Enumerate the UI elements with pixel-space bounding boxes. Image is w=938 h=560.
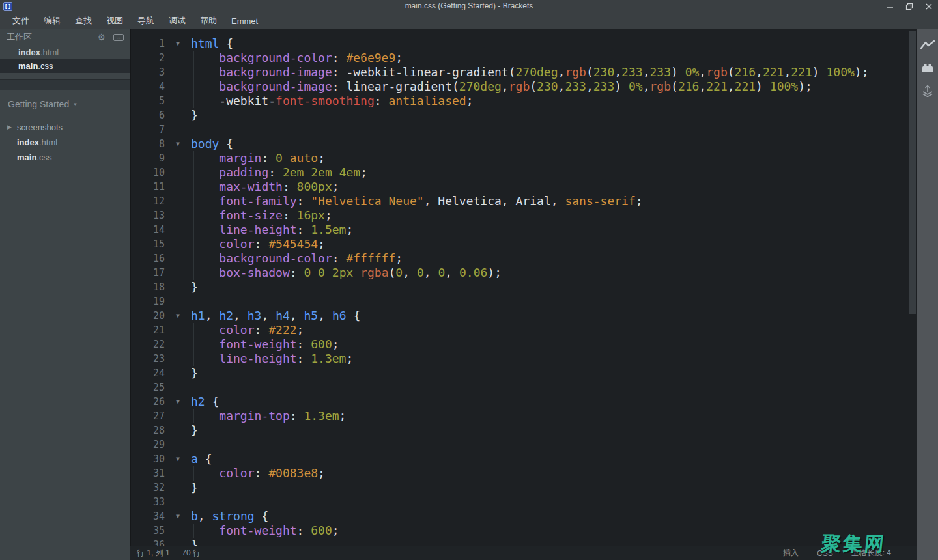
vertical-scrollbar[interactable]: [909, 31, 916, 543]
code-text: -webkit-font-smoothing: antialiased;: [191, 94, 474, 108]
code-line-5[interactable]: 5 -webkit-font-smoothing: antialiased;: [131, 94, 917, 108]
fold-arrow-icon[interactable]: ▼: [165, 452, 191, 466]
code-line-30[interactable]: 30▼a {: [131, 452, 917, 466]
gear-icon[interactable]: ⚙: [97, 32, 106, 42]
file-name: main: [18, 61, 38, 71]
close-button[interactable]: [924, 2, 934, 11]
code-line-22[interactable]: 22 font-weight: 600;: [131, 337, 917, 352]
chevron-right-icon[interactable]: ▶: [7, 120, 12, 135]
code-text: box-shadow: 0 0 2px rgba(0, 0, 0, 0.06);: [191, 266, 502, 280]
fold-arrow-icon[interactable]: ▼: [165, 36, 191, 51]
menu-item-4[interactable]: 导航: [130, 13, 162, 29]
line-number: 5: [131, 94, 165, 108]
code-line-25[interactable]: 25: [131, 380, 917, 395]
code-line-11[interactable]: 11 max-width: 800px;: [131, 180, 917, 194]
code-line-29[interactable]: 29: [131, 438, 917, 452]
code-line-10[interactable]: 10 padding: 2em 2em 4em;: [131, 165, 917, 180]
fold-arrow-icon[interactable]: ▼: [165, 395, 191, 409]
line-number: 12: [131, 194, 165, 208]
indent-guide: [193, 51, 194, 65]
fold-arrow-icon[interactable]: ▼: [165, 137, 191, 151]
code-line-31[interactable]: 31 color: #0083e8;: [131, 466, 917, 481]
code-text: line-height: 1.5em;: [191, 223, 353, 237]
indent-size-setting[interactable]: 空格长度: 4: [851, 548, 891, 559]
indent-guide: [193, 323, 194, 337]
line-number: 11: [131, 180, 165, 194]
menu-item-5[interactable]: 调试: [162, 13, 193, 29]
code-text: body {: [191, 137, 233, 151]
code-line-15[interactable]: 15 color: #545454;: [131, 237, 917, 251]
code-line-32[interactable]: 32}: [131, 481, 917, 495]
fold-arrow-icon[interactable]: ▼: [165, 509, 191, 524]
indent-guide: [193, 65, 194, 79]
file-name: main: [17, 152, 36, 162]
code-line-4[interactable]: 4 background-image: linear-gradient(270d…: [131, 79, 917, 94]
code-line-21[interactable]: 21 color: #222;: [131, 323, 917, 337]
code-line-20[interactable]: 20▼h1, h2, h3, h4, h5, h6 {: [131, 309, 917, 323]
tree-file-index.html[interactable]: index.html: [0, 135, 130, 150]
code-text: }: [191, 280, 198, 294]
code-line-18[interactable]: 18}: [131, 280, 917, 294]
code-line-8[interactable]: 8▼body {: [131, 137, 917, 151]
line-number: 26: [131, 395, 165, 409]
code-line-2[interactable]: 2 background-color: #e6e9e9;: [131, 51, 917, 65]
fold-arrow-icon[interactable]: ▼: [165, 309, 191, 323]
code-text: background-color: #e6e9e9;: [191, 51, 403, 65]
extension-manager-icon[interactable]: [920, 61, 935, 75]
code-editor[interactable]: 1▼html {2 background-color: #e6e9e9;3 ba…: [130, 29, 917, 546]
live-preview-icon[interactable]: [920, 38, 935, 52]
file-ext: .html: [39, 137, 57, 147]
menu-item-0[interactable]: 文件: [5, 13, 36, 29]
working-file-index.html[interactable]: index.html: [0, 46, 130, 59]
line-number: 3: [131, 65, 165, 79]
restore-button[interactable]: [904, 2, 915, 11]
code-line-24[interactable]: 24}: [131, 366, 917, 380]
code-line-35[interactable]: 35 font-weight: 600;: [131, 524, 917, 538]
minimize-button[interactable]: [885, 2, 895, 11]
insert-mode-toggle[interactable]: 插入: [783, 548, 799, 559]
code-line-33[interactable]: 33: [131, 495, 917, 509]
menu-item-1[interactable]: 编辑: [36, 13, 68, 29]
code-line-17[interactable]: 17 box-shadow: 0 0 2px rgba(0, 0, 0, 0.0…: [131, 266, 917, 280]
code-line-12[interactable]: 12 font-family: "Helvetica Neue", Helvet…: [131, 194, 917, 208]
menu-item-6[interactable]: 帮助: [193, 13, 224, 29]
code-text: background-color: #ffffff;: [191, 251, 403, 266]
code-line-36[interactable]: 36}: [131, 538, 917, 546]
indent-guide: [193, 337, 194, 352]
line-number: 20: [131, 309, 165, 323]
line-number: 2: [131, 51, 165, 65]
code-line-26[interactable]: 26▼h2 {: [131, 395, 917, 409]
split-view-icon[interactable]: ↔: [113, 34, 124, 41]
code-text: color: #222;: [191, 323, 304, 337]
code-line-6[interactable]: 6}: [131, 108, 917, 122]
code-text: background-image: -webkit-linear-gradien…: [191, 65, 869, 79]
language-selector[interactable]: CSS: [817, 549, 833, 558]
menu-item-7[interactable]: Emmet: [224, 14, 265, 28]
code-text: padding: 2em 2em 4em;: [191, 165, 367, 180]
code-line-34[interactable]: 34▼b, strong {: [131, 509, 917, 524]
code-text: color: #545454;: [191, 237, 325, 251]
tree-folder-screenshots[interactable]: ▶screenshots: [0, 120, 130, 135]
working-file-main.css[interactable]: main.css: [0, 59, 130, 73]
scrollbar-thumb[interactable]: [909, 31, 916, 314]
project-dropdown[interactable]: Getting Started ▾: [0, 99, 130, 109]
menu-item-3[interactable]: 视图: [99, 13, 130, 29]
code-line-13[interactable]: 13 font-size: 16px;: [131, 208, 917, 223]
code-line-1[interactable]: 1▼html {: [131, 36, 917, 51]
line-number: 16: [131, 251, 165, 266]
layers-upload-icon[interactable]: [920, 83, 935, 98]
right-toolbar: [917, 29, 938, 560]
menu-item-2[interactable]: 查找: [68, 13, 99, 29]
code-line-19[interactable]: 19: [131, 294, 917, 309]
code-line-3[interactable]: 3 background-image: -webkit-linear-gradi…: [131, 65, 917, 79]
code-line-23[interactable]: 23 line-height: 1.3em;: [131, 352, 917, 366]
code-line-9[interactable]: 9 margin: 0 auto;: [131, 151, 917, 165]
code-line-7[interactable]: 7: [131, 122, 917, 137]
code-line-14[interactable]: 14 line-height: 1.5em;: [131, 223, 917, 237]
folder-label: screenshots: [17, 122, 63, 132]
tree-file-main.css[interactable]: main.css: [0, 150, 130, 165]
code-line-16[interactable]: 16 background-color: #ffffff;: [131, 251, 917, 266]
code-line-28[interactable]: 28}: [131, 423, 917, 438]
code-line-27[interactable]: 27 margin-top: 1.3em;: [131, 409, 917, 423]
code-text: line-height: 1.3em;: [191, 352, 353, 366]
